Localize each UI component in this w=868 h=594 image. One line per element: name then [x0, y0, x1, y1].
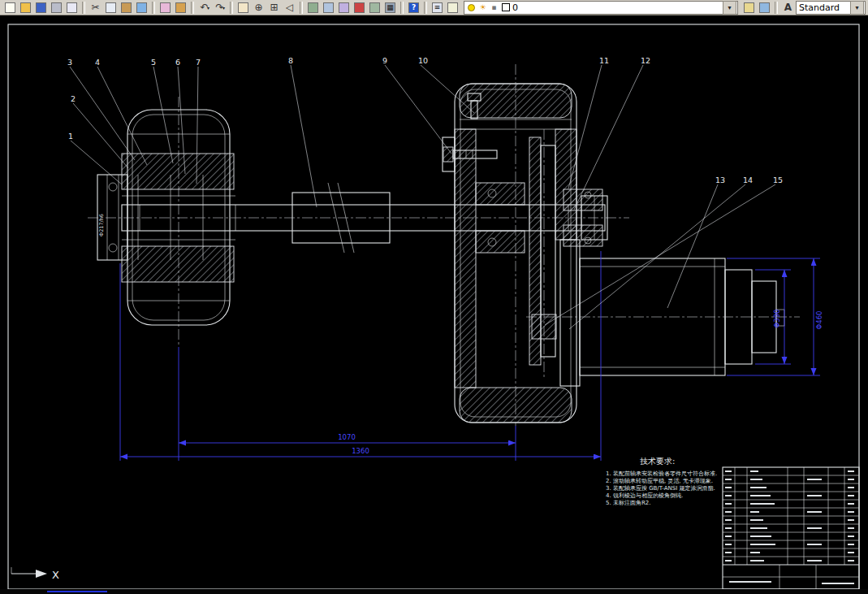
command-bar-edge — [0, 589, 868, 594]
callout-number-12: 12 — [641, 56, 650, 65]
dim-wheelbase: 1070 — [338, 433, 356, 441]
zoom-previous-icon[interactable]: ◁ — [282, 1, 297, 15]
right-wheel-assembly — [443, 64, 607, 426]
toolbar-layer-tools — [741, 1, 772, 15]
match-properties-icon[interactable] — [134, 1, 149, 15]
redo-icon[interactable]: ↷▾ — [212, 1, 227, 15]
toolbar-separator — [400, 2, 404, 14]
layer-combo-dropdown-icon[interactable]: ▾ — [723, 1, 736, 15]
assembly-drawing: 1070 1360 Φ460 Φ390 Φ217/h6 123456789101… — [0, 15, 868, 589]
callout-number-8: 8 — [288, 56, 293, 65]
callout-number-7: 7 — [196, 58, 201, 67]
callout-leader-13 — [667, 184, 718, 308]
ucs-x-label: X — [52, 569, 59, 581]
dim-motor-dia: Φ460 — [815, 311, 823, 330]
toolbar-main-icons: ✂↶▾↷▾⊕⊞◁▦? — [2, 1, 421, 15]
svg-text:1. 装配前轴承安装检验各零件尺寸符合标准.: 1. 装配前轴承安装检验各零件尺寸符合标准. — [606, 470, 717, 477]
bulb-icon — [467, 3, 476, 12]
design-center-icon[interactable] — [321, 1, 336, 15]
help-icon[interactable]: ? — [406, 1, 421, 15]
plot-icon[interactable] — [49, 1, 64, 15]
lock-icon: ▪ — [490, 3, 499, 12]
zoom-realtime-icon[interactable]: ⊕ — [251, 1, 266, 15]
make-object-layer-current-icon[interactable] — [741, 1, 757, 15]
paste-icon[interactable] — [119, 1, 134, 15]
left-wheel-assembly — [97, 97, 235, 347]
format-painter-icon[interactable] — [173, 1, 188, 15]
callout-number-15: 15 — [773, 176, 783, 184]
callout-number-1: 1 — [68, 132, 73, 141]
callout-leader-2 — [73, 103, 128, 168]
undo-dropdown-icon[interactable]: ▾ — [207, 5, 209, 11]
markup-icon[interactable] — [352, 1, 367, 15]
open-icon[interactable] — [18, 1, 33, 15]
callout-number-6: 6 — [175, 58, 180, 67]
callout-leader-9 — [385, 65, 451, 154]
copy-icon[interactable] — [103, 1, 119, 15]
toolbar-separator — [191, 2, 194, 14]
svg-text:3. 装配轴承应按 GB/T-ANSI 规定涂润滑脂.: 3. 装配轴承应按 GB/T-ANSI 规定涂润滑脂. — [606, 484, 715, 492]
callout-leader-11 — [568, 65, 602, 189]
toolbar-separator — [82, 2, 85, 14]
toolbar-separator — [424, 2, 427, 14]
save-icon[interactable] — [33, 1, 49, 15]
layer-combo[interactable]: ☀ ▪ 0 ▾ — [464, 1, 738, 15]
callout-number-2: 2 — [71, 94, 76, 103]
toolbar-separator — [230, 2, 233, 14]
toolbar: ✂↶▾↷▾⊕⊞◁▦? ≡ ☀ ▪ 0 ▾ A Standard ▾ — [0, 0, 868, 15]
ucs-icon: X — [11, 567, 59, 581]
redo-dropdown-icon[interactable]: ▾ — [222, 5, 225, 11]
eraser-icon[interactable] — [158, 1, 173, 15]
color-swatch-icon — [501, 3, 510, 12]
callout-leader-1 — [71, 141, 122, 184]
svg-text:4. 锐利棱边与相应的棱角倒钝.: 4. 锐利棱边与相应的棱角倒钝. — [606, 492, 683, 499]
svg-text:5. 未标注圆角R2.: 5. 未标注圆角R2. — [606, 499, 650, 506]
callout-number-11: 11 — [599, 56, 609, 65]
preview-icon[interactable] — [64, 1, 80, 15]
layer-combo-value: 0 — [512, 2, 518, 13]
title-block-table — [723, 467, 859, 589]
toolbar-separator — [775, 2, 778, 14]
tech-requirements: 技术要求: 1. 装配前轴承安装检验各零件尺寸符合标准. 2. 滚动轴承转动应平… — [606, 457, 717, 506]
text-style-value: Standard — [799, 2, 840, 13]
text-style-icon[interactable]: A — [780, 1, 796, 15]
callout-number-13: 13 — [715, 176, 725, 184]
callout-leader-12 — [574, 65, 643, 210]
zoom-window-icon[interactable]: ⊞ — [266, 1, 282, 15]
callout-leader-4 — [97, 67, 147, 165]
callout-number-5: 5 — [151, 58, 156, 67]
dim-hub-dia: Φ217/h6 — [98, 214, 105, 236]
toolbar-separator — [152, 2, 155, 14]
callout-number-3: 3 — [67, 58, 72, 67]
drawing-canvas[interactable]: 1070 1360 Φ460 Φ390 Φ217/h6 123456789101… — [0, 15, 868, 589]
text-style-combo[interactable]: Standard ▾ — [796, 1, 866, 15]
tool-palettes-icon[interactable] — [336, 1, 352, 15]
axle-shaft — [88, 183, 629, 253]
callout-leader-5 — [153, 67, 173, 163]
new-icon[interactable] — [2, 1, 18, 15]
sun-icon: ☀ — [478, 3, 487, 12]
callout-number-10: 10 — [418, 56, 428, 65]
properties-icon[interactable] — [305, 1, 321, 15]
sheet-set-icon[interactable] — [367, 1, 382, 15]
callout-number-14: 14 — [743, 176, 753, 184]
toolbar-separator — [300, 2, 303, 14]
cut-icon[interactable]: ✂ — [88, 1, 103, 15]
calculator-icon[interactable]: ▦ — [382, 1, 398, 15]
pan-icon[interactable] — [235, 1, 251, 15]
callout-number-9: 9 — [382, 56, 387, 65]
svg-text:2. 滚动轴承转动应平稳, 灵活, 无卡滞现象.: 2. 滚动轴承转动应平稳, 灵活, 无卡滞现象. — [606, 477, 713, 484]
toolbar-layer-icons: ≡ — [430, 1, 460, 15]
text-style-dropdown-icon[interactable]: ▾ — [850, 1, 864, 15]
layers-icon[interactable] — [445, 1, 460, 15]
callouts: 123456789101112131415 — [67, 56, 783, 329]
tech-requirements-title: 技术要求: — [640, 457, 675, 466]
callout-leader-3 — [70, 67, 135, 160]
dim-overall: 1360 — [352, 447, 369, 455]
dim-end-dia: Φ390 — [773, 310, 781, 328]
callout-number-4: 4 — [95, 58, 100, 67]
command-bar-accent — [47, 591, 107, 592]
undo-icon[interactable]: ↶▾ — [196, 1, 212, 15]
layer-properties-icon[interactable]: ≡ — [430, 1, 445, 15]
layer-previous-icon[interactable] — [757, 1, 772, 15]
